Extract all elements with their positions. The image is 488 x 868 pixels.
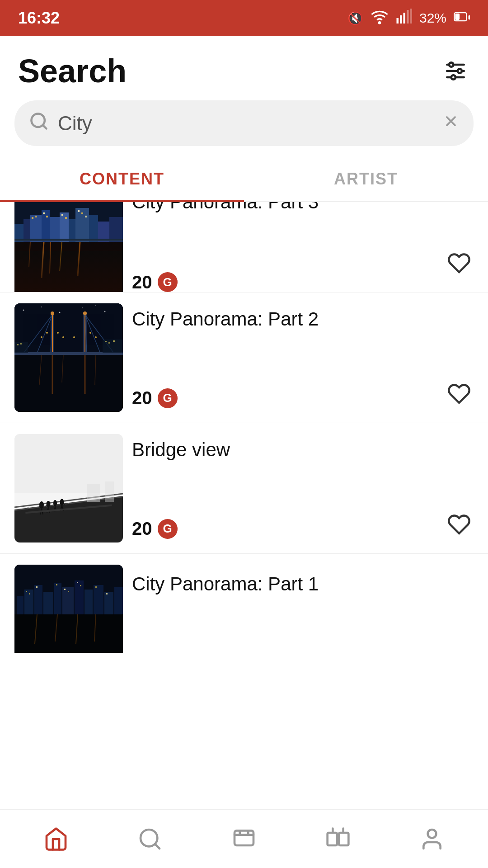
- nav-multi[interactable]: [291, 810, 385, 868]
- svg-rect-32: [35, 216, 37, 217]
- search-icon: [29, 111, 49, 135]
- svg-rect-30: [109, 217, 123, 242]
- nav-library[interactable]: [197, 810, 291, 868]
- item-thumbnail: [14, 434, 123, 542]
- svg-point-68: [51, 311, 54, 315]
- tab-artist[interactable]: ARTIST: [244, 157, 488, 201]
- signal-icon: [396, 9, 412, 28]
- svg-line-42: [42, 242, 44, 278]
- item-price: 20: [132, 388, 152, 408]
- svg-rect-1: [396, 18, 399, 24]
- svg-point-74: [73, 336, 75, 338]
- search-input[interactable]: [58, 112, 434, 135]
- item-content: City Panorama: Part 1: [123, 565, 474, 600]
- svg-rect-131: [114, 587, 123, 614]
- svg-rect-121: [17, 596, 23, 614]
- svg-rect-132: [26, 591, 27, 592]
- list-item: City Panorama: Part 3 20 G: [0, 202, 488, 292]
- list-item: Bridge view 20 G: [0, 423, 488, 554]
- svg-point-76: [95, 336, 97, 338]
- svg-rect-2: [400, 15, 402, 24]
- battery-icon: [454, 9, 470, 28]
- svg-rect-130: [104, 592, 113, 614]
- price-row: 20 G: [132, 519, 465, 539]
- svg-point-51: [23, 310, 24, 311]
- svg-rect-88: [108, 342, 110, 344]
- tab-content[interactable]: CONTENT: [0, 157, 244, 201]
- tabs-bar: CONTENT ARTIST: [0, 157, 488, 202]
- svg-rect-117: [87, 484, 100, 502]
- item-title: City Panorama: Part 3: [132, 202, 465, 213]
- svg-rect-33: [43, 212, 45, 214]
- header: Search: [0, 36, 488, 100]
- coin-icon: G: [158, 519, 178, 539]
- item-price: 20: [132, 519, 152, 539]
- search-bar-container: [0, 100, 488, 157]
- svg-point-110: [53, 500, 57, 506]
- svg-rect-133: [29, 593, 30, 594]
- svg-rect-125: [54, 583, 61, 614]
- bottom-nav: [0, 809, 488, 868]
- svg-rect-139: [80, 585, 81, 586]
- favorite-button[interactable]: [445, 379, 474, 408]
- clear-button[interactable]: [443, 113, 459, 133]
- battery-text: 32%: [419, 10, 446, 26]
- svg-rect-138: [77, 582, 78, 583]
- svg-rect-41: [14, 242, 123, 251]
- svg-rect-28: [89, 215, 98, 242]
- svg-point-113: [60, 499, 64, 506]
- search-bar[interactable]: [14, 100, 474, 146]
- item-price: 20: [132, 272, 152, 292]
- svg-rect-89: [113, 340, 115, 342]
- svg-point-55: [104, 311, 106, 312]
- svg-point-102: [39, 501, 44, 509]
- svg-point-157: [428, 830, 436, 838]
- svg-rect-38: [81, 212, 83, 214]
- svg-point-75: [89, 332, 91, 334]
- svg-rect-142: [14, 614, 123, 653]
- item-title: Bridge view: [132, 438, 465, 462]
- nav-profile[interactable]: [385, 810, 479, 868]
- svg-point-0: [379, 22, 380, 23]
- svg-rect-127: [75, 580, 84, 614]
- svg-rect-21: [23, 219, 30, 242]
- mute-icon: 🔇: [347, 11, 363, 26]
- results-list: City Panorama: Part 3 20 G: [0, 202, 488, 799]
- svg-rect-34: [46, 216, 48, 217]
- favorite-button[interactable]: [445, 510, 474, 539]
- svg-rect-3: [403, 13, 405, 24]
- item-content: Bridge view 20 G: [123, 434, 474, 542]
- svg-point-106: [47, 501, 51, 507]
- svg-rect-23: [42, 210, 50, 242]
- nav-home[interactable]: [9, 810, 103, 868]
- status-bar: 16:32 🔇 32%: [0, 0, 488, 36]
- svg-point-71: [46, 332, 48, 334]
- svg-rect-153: [328, 833, 337, 845]
- price-row: 20 G: [132, 388, 465, 408]
- svg-point-12: [458, 69, 462, 73]
- filter-button[interactable]: [441, 57, 470, 85]
- svg-line-44: [60, 242, 62, 271]
- item-title: City Panorama: Part 2: [132, 307, 465, 332]
- svg-rect-154: [339, 833, 348, 845]
- svg-rect-124: [43, 592, 53, 614]
- svg-point-72: [57, 332, 59, 334]
- svg-rect-77: [14, 355, 123, 412]
- svg-rect-128: [84, 590, 93, 614]
- svg-rect-26: [69, 219, 75, 242]
- svg-line-46: [29, 242, 30, 267]
- svg-point-69: [83, 311, 87, 315]
- svg-line-43: [50, 242, 51, 274]
- svg-rect-39: [85, 216, 87, 217]
- svg-point-70: [41, 336, 42, 338]
- svg-rect-129: [94, 585, 103, 614]
- svg-rect-40: [14, 242, 123, 293]
- item-thumbnail: [14, 303, 123, 412]
- svg-rect-118: [105, 481, 114, 502]
- svg-rect-24: [50, 217, 60, 242]
- svg-point-73: [62, 336, 64, 338]
- svg-rect-87: [105, 341, 107, 342]
- favorite-button[interactable]: [445, 249, 474, 278]
- item-title: City Panorama: Part 1: [132, 572, 465, 597]
- nav-search[interactable]: [103, 810, 197, 868]
